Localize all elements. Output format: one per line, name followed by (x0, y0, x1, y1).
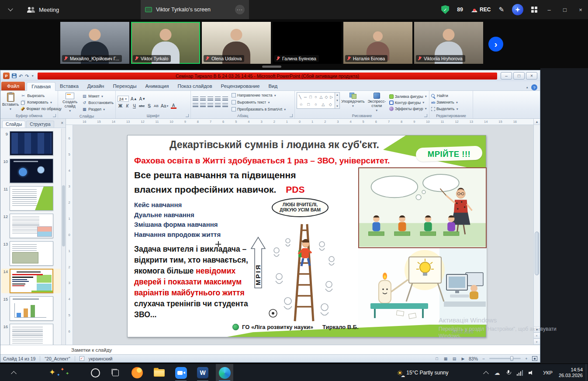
zoom-level[interactable]: 83% (469, 356, 478, 361)
ladder-dream-illustration[interactable]: МРІЯ ЛЮБІ ВЧИТЕЛІ, ДЯКУЮ УСІМ ВАМ (248, 197, 359, 322)
qat-customize-button[interactable]: ▼ (31, 73, 34, 79)
shape-effects-button[interactable]: Эффекты фигур▼ (389, 106, 427, 111)
dream-text[interactable]: МРІЙТЕ !!! (416, 149, 482, 159)
character-spacing-button[interactable]: АВ (153, 103, 159, 109)
slideshow-button[interactable]: ▶ (460, 357, 466, 361)
line-spacing-button[interactable] (222, 97, 228, 101)
font-size-box[interactable]: 24▼ (118, 96, 129, 102)
task-view-icon[interactable] (107, 364, 123, 381)
zoom-slider[interactable] (489, 358, 521, 359)
align-right-button[interactable] (208, 103, 213, 108)
ppt-close-button[interactable]: × (526, 72, 537, 80)
opera-taskbar-icon[interactable] (87, 364, 103, 381)
justify-button[interactable] (215, 103, 221, 108)
grow-font-button[interactable]: А▲ (130, 96, 138, 102)
layout-button[interactable]: ▤Макет▼ (82, 94, 114, 99)
powerpoint-logo-icon[interactable]: P (3, 73, 10, 79)
annotate-button[interactable]: ✎ (498, 6, 504, 14)
slide-text-line[interactable]: власних професійних навичок.PDS (134, 184, 305, 195)
panel-close-button[interactable]: × (61, 121, 63, 125)
undo-button[interactable]: ↶ (19, 73, 23, 79)
edge-taskbar-icon[interactable] (216, 364, 233, 381)
slide-title[interactable]: Декартівський сумнів і людина як суб'єкт… (133, 139, 416, 151)
format-painter-button[interactable]: Формат по образцу (21, 106, 62, 112)
apps-button[interactable] (531, 7, 537, 13)
shapes-gallery[interactable]: ╲─□○△◇▷☆□○△◇ (297, 92, 335, 109)
slides-panel-tab[interactable]: Слайды (2, 121, 25, 128)
maximize-button[interactable]: □ (561, 7, 569, 13)
dialog-launcher[interactable] (424, 114, 427, 117)
participant-tile[interactable]: Михайло_Юрійович Г... (60, 22, 129, 64)
file-explorer-icon[interactable] (150, 364, 168, 381)
collapse-button[interactable] (6, 6, 15, 13)
idea-candle-cartoon[interactable] (358, 248, 487, 325)
teacher-task-paragraph[interactable]: Задача вчителя і викладача – відкрити ти… (134, 244, 249, 320)
scroll-up-button[interactable]: ▲ (534, 119, 540, 125)
participant-tile[interactable]: Наталія Білова (343, 22, 412, 64)
slide-sorter-view-button[interactable]: ▦ (443, 357, 449, 361)
zoom-out-button[interactable]: – (481, 357, 487, 361)
slide-thumbnail[interactable]: 13 (1, 241, 61, 266)
next-slide-button[interactable]: « (534, 339, 540, 345)
view-count[interactable]: 89 (457, 7, 463, 13)
slide[interactable]: Декартівський сумнів і людина як суб'єкт… (127, 135, 486, 337)
find-button[interactable]: Найти (431, 93, 459, 99)
slide-red-line[interactable]: Фахова освіта в Житті здобувається 1 раз… (134, 156, 416, 166)
security-shield-icon[interactable]: ✓ (441, 5, 449, 14)
bullets-button[interactable] (193, 97, 198, 101)
smartart-button[interactable]: Преобразовать в SmartArt▼ (232, 107, 287, 112)
slide-thumbnail[interactable]: 15 (1, 296, 61, 321)
language-indicator[interactable]: украинский (89, 356, 113, 361)
sparkles-icon[interactable]: ✦✦✦✦ (41, 364, 80, 381)
participant-tile-camera-off[interactable]: Галина Буянова (273, 22, 342, 64)
columns-button[interactable] (222, 103, 228, 108)
slide-thumbnail[interactable]: 10 (1, 159, 61, 183)
panel-scrollbar[interactable] (61, 128, 66, 345)
video-strip-resize-handle[interactable] (262, 66, 281, 68)
scrollbar-thumb[interactable] (535, 232, 539, 275)
redo-button[interactable]: ↷ (25, 73, 29, 79)
tab-transitions[interactable]: Переходы (108, 82, 141, 90)
font-color-button[interactable]: А (171, 103, 176, 109)
dialog-launcher[interactable] (186, 114, 189, 117)
align-text-button[interactable]: Выровнять текст▼ (232, 100, 287, 105)
slide-thumbnail[interactable]: 12 (1, 214, 61, 238)
word-taskbar-icon[interactable]: W (194, 364, 211, 381)
increase-indent-button[interactable] (215, 97, 221, 101)
ai-companion-button[interactable] (512, 4, 523, 15)
underline-button[interactable]: Ч (131, 103, 137, 109)
shapes-gallery-scroll[interactable]: ▲▼▼ (335, 92, 340, 109)
weather-widget[interactable]: ☀☁ 15°C Partly sunny (397, 364, 471, 381)
firefox-taskbar-icon[interactable] (128, 364, 146, 381)
more-options-button[interactable]: ··· (235, 5, 245, 14)
slide-text-line[interactable]: Все решта навчання та підвищення (134, 170, 296, 180)
help-icon[interactable]: ? (531, 84, 537, 90)
cut-button[interactable]: ✂Вырезать (21, 93, 62, 99)
replace-button[interactable]: abЗаменить▼ (431, 100, 459, 105)
previous-slide-button[interactable]: « (534, 333, 540, 339)
fit-to-window-button[interactable] (532, 356, 537, 361)
slide-thumbnail[interactable]: 11 (1, 186, 61, 211)
share-tab[interactable]: Viktor Tyrkalo's screen ··· (141, 0, 249, 19)
participant-tile[interactable]: Olena Udalova (202, 22, 271, 64)
text-shadow-button[interactable]: S (146, 103, 152, 109)
strikethrough-button[interactable]: abc (138, 103, 145, 109)
align-left-button[interactable] (193, 103, 198, 108)
tab-slideshow[interactable]: Показ слайдов (173, 82, 216, 90)
zoom-slider-thumb[interactable] (510, 356, 513, 361)
outline-panel-tab[interactable]: Структура (26, 121, 54, 128)
scroll-down-button[interactable]: ▼ (534, 326, 540, 333)
slide-thumbnail[interactable]: 16 (1, 324, 61, 345)
training-methods-list[interactable]: Кейс навчанняДуальне навчанняЗмішана фор… (134, 200, 221, 239)
close-button[interactable]: × (577, 7, 585, 13)
arrange-button[interactable]: Упорядочить▼ (342, 92, 364, 113)
tab-home[interactable]: Главная (27, 82, 55, 91)
shape-outline-button[interactable]: Контур фигуры▼ (389, 100, 427, 105)
numbering-button[interactable] (200, 97, 206, 101)
change-case-button[interactable]: Аа▼ (160, 103, 169, 109)
next-participants-button[interactable]: › (488, 37, 503, 52)
dialog-launcher[interactable] (53, 114, 56, 117)
quick-styles-button[interactable]: Экспресс-стили▼ (366, 92, 387, 113)
participant-tile-active-speaker[interactable]: Viktor Tyrkalo (131, 22, 200, 64)
shrink-font-button[interactable]: А▼ (139, 96, 146, 102)
